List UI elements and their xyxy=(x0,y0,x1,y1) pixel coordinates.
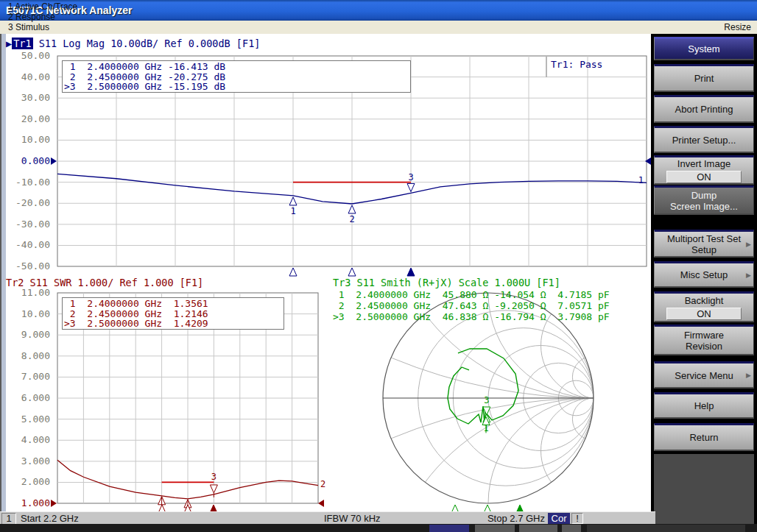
svg-text:1: 1 xyxy=(483,423,488,433)
softkey-firmware-revision[interactable]: Firmware Revision xyxy=(654,324,754,355)
menu-item-resize[interactable]: Resize xyxy=(724,21,751,34)
tr3-params: S11 Smith (R+jX) Scale 1.000U [F1] xyxy=(351,277,560,288)
y-tick-label: 8.000 xyxy=(9,350,50,362)
taskbar-item[interactable] xyxy=(475,525,515,532)
y-tick-label: 1.000 xyxy=(9,497,50,509)
y-tick-label: 3.000 xyxy=(9,455,50,467)
softkey-service-menu[interactable]: Service Menu▶ xyxy=(654,361,754,389)
tr3-header[interactable]: Tr3 S11 Smith (R+jX) Scale 1.000U [F1] xyxy=(333,277,560,288)
menu-bar: 1 Active Ch/Trace2 Response3 Stimulus4 M… xyxy=(0,21,757,35)
y-tick-label: 10.00 xyxy=(9,134,50,146)
channel-strip xyxy=(1,34,6,511)
tr2-marker-table: 1 2.4000000 GHz 1.3561 2 2.4500000 GHz 1… xyxy=(62,297,284,330)
softkey-label: Return xyxy=(689,432,718,443)
marker-row: 2 2.4500000 GHz 1.2146 xyxy=(64,309,284,319)
y-tick-label: 7.000 xyxy=(9,371,50,383)
y-tick-label: 6.000 xyxy=(9,392,50,404)
svg-text:3: 3 xyxy=(408,172,413,182)
menu-item-1-active-ch-trace[interactable]: 1 Active Ch/Trace xyxy=(0,1,85,12)
y-tick-label: -10.00 xyxy=(9,177,50,188)
softkey-misc-setup[interactable]: Misc Setup▶ xyxy=(654,261,754,288)
svg-text:2: 2 xyxy=(349,214,354,224)
tr1-name: Tr1 xyxy=(12,38,32,49)
active-trace-arrow-icon: ▶ xyxy=(6,38,12,49)
y-tick-label: 20.00 xyxy=(9,113,50,125)
softkey-abort-printing[interactable]: Abort Printing xyxy=(654,95,754,123)
softkey-label: Invert Image xyxy=(677,158,730,169)
flyout-arrow-icon: ▶ xyxy=(746,269,751,280)
softkey-label: Print xyxy=(694,73,714,84)
stop-frequency[interactable]: Stop 2.7 GHz xyxy=(487,513,545,524)
taskbar-item[interactable] xyxy=(519,525,557,532)
taskbar-sliver xyxy=(0,524,757,532)
softkey-label: Printer Setup... xyxy=(672,135,736,146)
toggle-state: ON xyxy=(666,171,742,183)
y-tick-label: 0.000 xyxy=(9,155,50,167)
taskbar-clock xyxy=(587,525,745,532)
flyout-arrow-icon: ▶ xyxy=(746,238,751,249)
softkey-dump-screen-image[interactable]: Dump Screen Image... xyxy=(654,185,754,215)
y-tick-label: 11.00 xyxy=(9,287,50,299)
channel-number: 1 xyxy=(1,513,16,525)
softkey-label: Backlight xyxy=(685,295,724,306)
tr1-header[interactable]: ▶Tr1 S11 Log Mag 10.00dB/ Ref 0.000dB [F… xyxy=(6,38,260,49)
y-tick-label: 10.00 xyxy=(9,308,50,320)
tr3-name: Tr3 xyxy=(333,277,351,288)
marker-row: >3 2.5000000 GHz 46.838 Ω -16.794 Ω 3.79… xyxy=(333,311,610,322)
menu-item-2-response[interactable]: 2 Response xyxy=(0,12,85,22)
menu-item-3-stimulus[interactable]: 3 Stimulus xyxy=(0,22,85,32)
svg-text:1: 1 xyxy=(290,206,295,216)
softkey-sidebar: SystemPrintAbort PrintingPrinter Setup..… xyxy=(651,34,757,532)
softkey-label: Multiport Test Set Setup xyxy=(667,233,741,255)
status-bar: 1 Start 2.2 GHz IFBW 70 kHz Stop 2.7 GHz… xyxy=(0,511,655,525)
softkey-invert-image[interactable]: Invert ImageON xyxy=(654,155,754,185)
window-titlebar[interactable]: E5071C Network Analyzer xyxy=(0,0,757,21)
tr2-params: S11 SWR 1.000/ Ref 1.000 [F1] xyxy=(24,277,203,288)
start-frequency[interactable]: Start 2.2 GHz xyxy=(21,513,79,524)
svg-text:2: 2 xyxy=(320,479,325,489)
softkey-label: Dump Screen Image... xyxy=(670,190,738,212)
taskbar-item[interactable] xyxy=(562,525,581,532)
svg-text:3: 3 xyxy=(211,472,216,482)
marker-row: 2 2.4500000 GHz 47.643 Ω -9.2050 Ω 7.057… xyxy=(333,300,610,311)
marker-row: >3 2.5000000 GHz 1.4209 xyxy=(64,319,284,329)
softkey-label: Misc Setup xyxy=(680,269,728,280)
marker-row: 1 2.4000000 GHz 1.3561 xyxy=(64,299,284,309)
y-tick-label: 9.000 xyxy=(9,329,50,341)
tr1-pass-status: Tr1: Pass xyxy=(551,59,602,70)
softkey-multiport-test-set-setup[interactable]: Multiport Test Set Setup▶ xyxy=(654,230,754,258)
y-tick-label: 40.00 xyxy=(9,71,50,83)
softkey-label: System xyxy=(688,43,719,54)
softkey-help[interactable]: Help xyxy=(654,392,754,419)
y-tick-label: -30.00 xyxy=(9,219,50,230)
ifbw-readout[interactable]: IFBW 70 kHz xyxy=(324,513,381,524)
y-tick-label: -50.00 xyxy=(9,260,50,272)
tr3-marker-readout: 1 2.4000000 GHz 45.880 Ω -14.054 Ω 4.718… xyxy=(333,289,610,322)
sidebar-empty-panel xyxy=(654,454,754,532)
marker-row: 1 2.4000000 GHz -16.413 dB xyxy=(64,62,410,72)
softkey-system[interactable]: System xyxy=(654,37,754,60)
plots-canvas: 12313231 xyxy=(0,34,651,511)
svg-text:3: 3 xyxy=(484,395,489,405)
y-tick-label: 5.000 xyxy=(9,414,50,425)
softkey-return[interactable]: Return xyxy=(654,423,754,451)
correction-badge: Cor xyxy=(548,513,570,524)
softkey-printer-setup[interactable]: Printer Setup... xyxy=(654,126,754,153)
taskbar-item[interactable] xyxy=(429,525,469,532)
softkey-label: Service Menu xyxy=(675,370,733,381)
y-tick-label: -20.00 xyxy=(9,197,50,209)
svg-text:1: 1 xyxy=(638,175,644,185)
y-tick-label: 30.00 xyxy=(9,92,50,104)
tr1-params: S11 Log Mag 10.00dB/ Ref 0.000dB [F1] xyxy=(33,38,261,49)
y-tick-label: -40.00 xyxy=(9,239,50,251)
plot-area: 12313231 ▶Tr1 S11 Log Mag 10.00dB/ Ref 0… xyxy=(0,34,651,511)
softkey-print[interactable]: Print xyxy=(654,64,754,92)
softkey-backlight[interactable]: BacklightON xyxy=(654,291,754,322)
alert-badge: ! xyxy=(571,513,583,524)
softkey-label: Help xyxy=(694,400,714,411)
toggle-state: ON xyxy=(666,308,742,320)
marker-row: >3 2.5000000 GHz -15.195 dB xyxy=(64,82,410,92)
y-tick-label: 50.00 xyxy=(9,50,50,62)
softkey-label: Firmware Revision xyxy=(684,330,724,352)
instrument-screen: E5071C Network Analyzer 1 Active Ch/Trac… xyxy=(0,0,757,532)
